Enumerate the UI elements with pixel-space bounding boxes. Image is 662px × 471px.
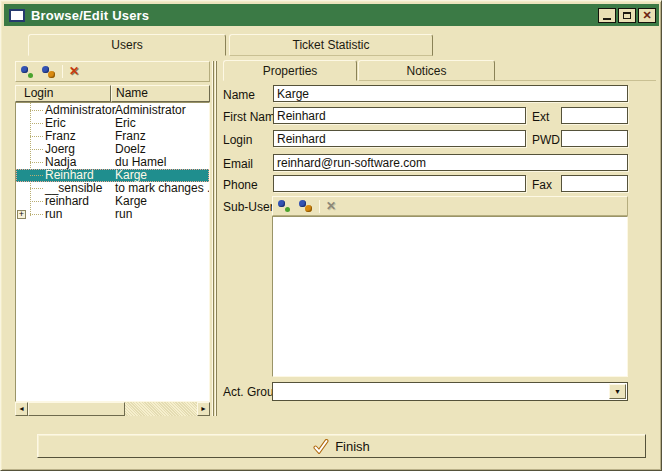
name-input[interactable] bbox=[273, 85, 628, 102]
tree-connector bbox=[30, 149, 43, 150]
tree-connector bbox=[30, 201, 43, 202]
tab-notices[interactable]: Notices bbox=[358, 60, 495, 81]
sub-users-toolbar: ✕ bbox=[272, 196, 628, 216]
maximize-icon bbox=[623, 12, 631, 19]
login-input[interactable] bbox=[273, 130, 526, 147]
window-controls: ✕ bbox=[598, 8, 656, 23]
tree-connector bbox=[30, 123, 43, 124]
user-name-cell: run bbox=[115, 208, 132, 221]
scroll-left-button[interactable]: ◄ bbox=[15, 402, 28, 416]
add-user-icon[interactable] bbox=[20, 65, 35, 79]
tabstrip-line bbox=[495, 80, 656, 81]
maximize-button[interactable] bbox=[618, 8, 636, 23]
fax-label: Fax bbox=[532, 178, 552, 192]
login-label: Login bbox=[223, 133, 252, 147]
pwd-label: PWD bbox=[532, 133, 560, 147]
tree-connector bbox=[30, 188, 43, 189]
window-icon bbox=[9, 9, 25, 22]
finish-button[interactable]: Finish bbox=[37, 434, 646, 458]
tree-connector bbox=[30, 162, 43, 163]
first-name-input[interactable] bbox=[273, 107, 526, 124]
sub-users-list[interactable] bbox=[272, 216, 628, 377]
horizontal-scrollbar[interactable]: ◄ ► bbox=[15, 402, 210, 416]
delete-sub-user-icon[interactable]: ✕ bbox=[326, 200, 336, 213]
name-label: Name bbox=[223, 88, 255, 102]
column-header-login[interactable]: Login bbox=[15, 85, 111, 102]
tree-connector bbox=[30, 110, 43, 111]
ext-label: Ext bbox=[532, 110, 549, 124]
tree-connector bbox=[30, 136, 43, 137]
finish-button-label: Finish bbox=[335, 439, 370, 454]
tab-properties[interactable]: Properties bbox=[223, 60, 357, 81]
minimize-button[interactable] bbox=[598, 8, 616, 23]
user-login-cell: run bbox=[45, 208, 62, 221]
add-sub-user-icon[interactable] bbox=[277, 199, 292, 213]
scrollbar-thumb[interactable] bbox=[28, 402, 125, 416]
scroll-right-button[interactable]: ► bbox=[197, 402, 210, 416]
toolbar-separator bbox=[319, 200, 320, 213]
fax-input[interactable] bbox=[561, 175, 628, 192]
phone-input[interactable] bbox=[273, 175, 526, 192]
phone-label: Phone bbox=[223, 178, 258, 192]
chevron-down-icon[interactable]: ▼ bbox=[609, 384, 626, 399]
tree-connector bbox=[30, 214, 43, 215]
close-icon: ✕ bbox=[642, 10, 651, 21]
minimize-icon bbox=[603, 18, 611, 20]
tab-users[interactable]: Users bbox=[28, 34, 226, 56]
column-header-name[interactable]: Name bbox=[111, 85, 210, 102]
email-input[interactable] bbox=[273, 154, 628, 171]
delete-user-icon[interactable]: ✕ bbox=[69, 65, 79, 78]
browse-edit-users-window: Browse/Edit Users ✕ Users Ticket Statist… bbox=[0, 0, 662, 471]
tree-connector bbox=[30, 175, 43, 176]
pwd-input[interactable] bbox=[561, 130, 628, 147]
user-list-toolbar: ✕ bbox=[15, 61, 210, 82]
table-row[interactable]: + run run bbox=[16, 208, 209, 221]
edit-sub-user-icon[interactable] bbox=[298, 199, 313, 213]
tab-ticket-statistic[interactable]: Ticket Statistic bbox=[229, 34, 433, 56]
edit-user-icon[interactable] bbox=[41, 65, 56, 79]
titlebar: Browse/Edit Users ✕ bbox=[4, 4, 659, 26]
close-button[interactable]: ✕ bbox=[638, 8, 656, 23]
toolbar-separator bbox=[62, 65, 63, 78]
email-label: Email bbox=[223, 157, 253, 171]
checkmark-icon bbox=[313, 439, 329, 454]
user-tree-list[interactable]: + Administrator Administrator + Eric Eri… bbox=[15, 102, 210, 402]
window-title: Browse/Edit Users bbox=[31, 8, 149, 23]
expander-icon[interactable]: + bbox=[17, 210, 26, 219]
ext-input[interactable] bbox=[561, 107, 628, 124]
act-group-combobox[interactable]: ▼ bbox=[272, 382, 628, 401]
pane-splitter[interactable] bbox=[212, 61, 219, 416]
